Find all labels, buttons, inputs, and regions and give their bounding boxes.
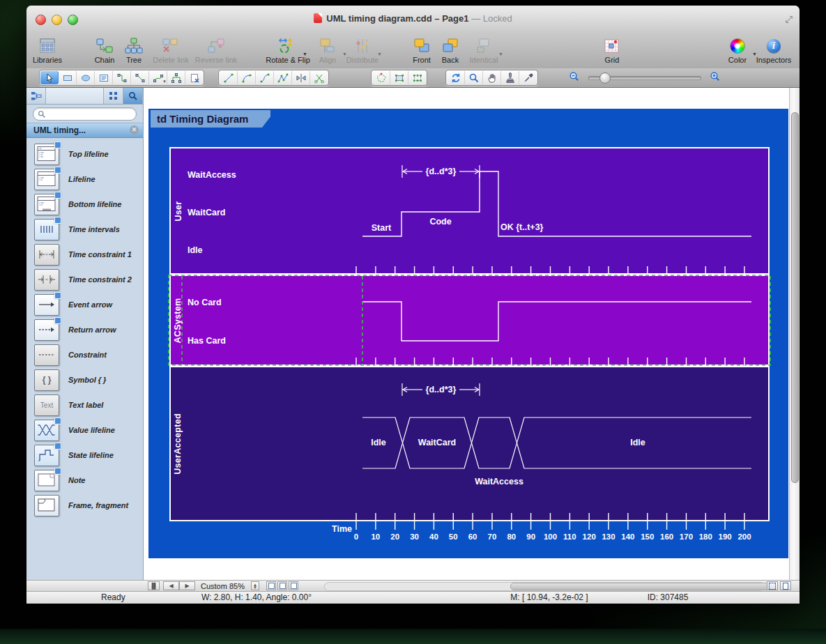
reshape-curve-tool-button[interactable] [372, 71, 390, 84]
search-mode-button[interactable] [123, 88, 143, 104]
search-field[interactable] [33, 107, 137, 121]
library-item-text-label[interactable]: TextText label [26, 392, 143, 417]
library-item-value-lifeline[interactable]: Value lifeline [26, 417, 143, 443]
vertical-scrollbar[interactable] [789, 88, 800, 580]
vertical-scrollbar-thumb[interactable] [791, 112, 799, 483]
reshape-group-tool-button[interactable] [408, 71, 426, 84]
line-tool-button[interactable] [220, 71, 238, 84]
view-mode-2-button[interactable] [277, 581, 287, 590]
pause-redraw-button[interactable]: ▐▌ [148, 581, 160, 590]
distribute-toolbar-button: ▼Distribute [332, 36, 393, 64]
libraries-toolbar-button[interactable]: Libraries [17, 36, 78, 64]
win-top-icon [34, 144, 59, 165]
diagram-label: No Card [188, 298, 222, 307]
grid-icon [581, 36, 643, 55]
text-block-tool-button[interactable] [95, 71, 113, 84]
library-item-lifeline[interactable]: Lifeline [26, 167, 143, 192]
library-item-time-constraint-1[interactable]: Time constraint 1 [26, 242, 143, 267]
pan-zoom-window-icon[interactable] [767, 581, 778, 590]
zoom-out-button[interactable] [569, 71, 580, 85]
library-item-bottom-lifeline[interactable]: Bottom lifeline [26, 192, 143, 217]
library-item-label: Top lifeline [68, 150, 109, 158]
zoom-stepper[interactable]: ▲▼ [251, 581, 259, 590]
status-shape-id: ID: 307485 [612, 592, 724, 602]
view-mode-1-button[interactable] [266, 581, 276, 590]
shape-badge [54, 417, 61, 424]
grid-view-button[interactable] [104, 88, 123, 104]
select-cursor-tool-button[interactable] [40, 71, 59, 84]
library-item-time-constraint-2[interactable]: Time constraint 2 [26, 267, 143, 292]
identical-icon: ▼ [453, 36, 514, 55]
split-tool-button[interactable] [292, 71, 310, 84]
refresh-tool-button[interactable] [447, 71, 465, 84]
lifeline-band-useraccepted[interactable] [169, 366, 770, 521]
disconnect-tool-button[interactable] [185, 71, 203, 84]
state-step-icon [34, 445, 59, 466]
direct-connector-tool-button[interactable] [131, 71, 149, 84]
library-item-time-intervals[interactable]: Time intervals [26, 217, 143, 242]
search-icon [128, 91, 138, 101]
inspectors-toolbar-button[interactable]: iInspectors [743, 36, 804, 64]
reverse-link-toolbar-button: Reverse link [185, 36, 247, 64]
lifeline-band-user[interactable] [169, 147, 770, 275]
bezier-tool-button[interactable] [256, 71, 274, 84]
zoom-slider[interactable] [588, 76, 701, 80]
page-overview-icon[interactable] [780, 581, 791, 590]
polyline-tool-button[interactable] [274, 71, 292, 84]
search-input[interactable] [49, 109, 132, 119]
grid-toolbar-button[interactable]: Grid [581, 36, 643, 64]
library-item-label: Time intervals [68, 225, 120, 233]
library-item-state-lifeline[interactable]: State lifeline [26, 443, 143, 468]
diagram-label: Has Card [188, 336, 226, 346]
trim-tool-button[interactable] [310, 71, 328, 84]
status-ready: Ready [101, 592, 125, 602]
rectangle-tool-button[interactable] [59, 71, 77, 84]
view-mode-3-button[interactable] [289, 581, 298, 590]
library-item-label: Event arrow [68, 300, 112, 309]
page[interactable]: td Timing Diagram UserWaitAccessWaitCard… [148, 109, 788, 558]
elbow-connector-tool-button[interactable] [113, 71, 131, 84]
library-item-event-arrow[interactable]: Event arrow [26, 292, 143, 317]
library-item-top-lifeline[interactable]: Top lifeline [26, 141, 143, 167]
library-item-frame-fragment[interactable]: Frame, fragment [26, 493, 143, 518]
toolbar-button-label: Inspectors [743, 56, 804, 64]
close-panel-icon[interactable]: ✕ [130, 125, 139, 135]
curve-connector-tool-button[interactable]: ▼ [149, 71, 167, 84]
tree-view-button[interactable] [26, 88, 46, 104]
tree-connector-tool-button[interactable] [167, 71, 185, 84]
library-item-label: Note [68, 476, 85, 484]
horizontal-scrollbar[interactable] [324, 582, 765, 591]
library-item-note[interactable]: Note [26, 468, 143, 493]
prev-page-button[interactable]: ◀ [163, 581, 179, 590]
identical-toolbar-button: ▼Identical [453, 36, 514, 64]
eyedropper-tool-button[interactable] [519, 71, 537, 84]
library-item-constraint[interactable]: Constraint [26, 342, 143, 367]
library-item-label: Text label [68, 401, 103, 409]
ellipse-tool-button[interactable] [77, 71, 95, 84]
stamp-tool-button[interactable] [501, 71, 519, 84]
braces-icon: { } [34, 369, 59, 391]
zoom-level-label[interactable]: Custom 85% [201, 581, 245, 590]
library-path-area[interactable] [46, 88, 104, 104]
zoom-in-button[interactable] [710, 71, 721, 85]
zoom-slider-thumb[interactable] [599, 72, 611, 84]
title-bar[interactable]: UML timing diagram.cdd – Page1 — Locked … [26, 6, 800, 34]
lifeline-band-acsystem[interactable] [169, 275, 770, 366]
library-panel-header[interactable]: UML timing... ✕ [26, 123, 143, 138]
library-item-return-arrow[interactable]: Return arrow [26, 317, 143, 342]
library-item-symbol-[interactable]: { }Symbol { } [26, 367, 143, 392]
library-panel-title: UML timing... [33, 125, 86, 135]
pan-hand-tool-button[interactable] [483, 71, 501, 84]
diagram-label: Start [372, 223, 391, 233]
horizontal-scrollbar-thumb[interactable] [510, 583, 772, 590]
frame-label[interactable]: td Timing Diagram [151, 110, 270, 128]
diagram-label: WaitCard [188, 208, 225, 217]
next-page-button[interactable]: ▶ [179, 581, 195, 590]
zoom-window-tool-button[interactable] [465, 71, 483, 84]
arc-tool-button[interactable] [238, 71, 256, 84]
org-tree-icon [31, 91, 42, 101]
drawing-canvas[interactable]: td Timing Diagram UserWaitAccessWaitCard… [144, 88, 789, 580]
fullscreen-icon[interactable]: ⤢ [786, 14, 793, 25]
status-dimensions: W: 2.80, H: 1.40, Angle: 0.00° [152, 592, 361, 602]
reshape-shape-tool-button[interactable] [390, 71, 408, 84]
